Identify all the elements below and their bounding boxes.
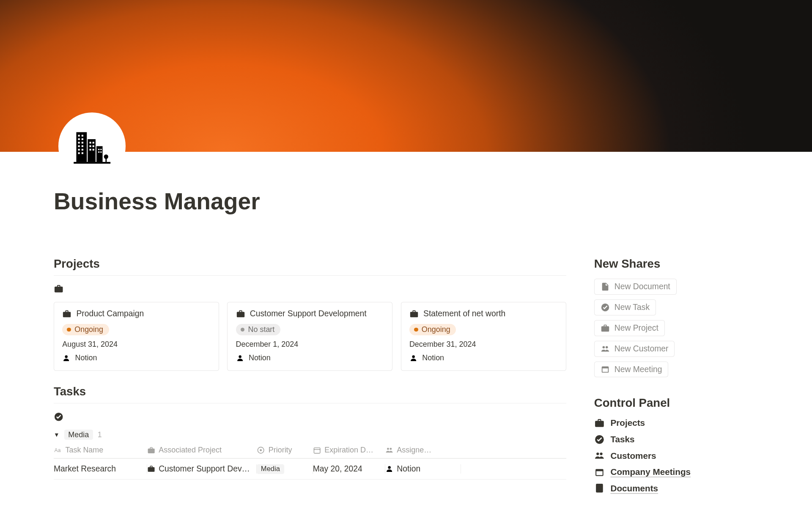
- group-count: 1: [98, 430, 102, 439]
- project-date: December 31, 2024: [409, 340, 557, 349]
- project-card[interactable]: Product Campaign Ongoing August 31, 2024…: [54, 302, 219, 371]
- new-customer-button[interactable]: New Customer: [594, 341, 675, 357]
- svg-rect-11: [78, 152, 80, 154]
- tasks-heading: Tasks: [54, 385, 566, 398]
- svg-rect-49: [596, 471, 602, 475]
- check-circle-icon: [594, 434, 605, 445]
- book-icon: [594, 483, 605, 493]
- new-shares-heading: New Shares: [594, 257, 757, 271]
- control-company-meetings[interactable]: Company Meetings: [594, 467, 757, 477]
- svg-rect-18: [89, 149, 91, 151]
- page-icon[interactable]: [58, 112, 126, 180]
- tasks-view-tab[interactable]: [54, 412, 566, 422]
- people-icon: [601, 344, 610, 354]
- check-circle-icon: [54, 412, 63, 422]
- svg-point-47: [600, 452, 602, 455]
- project-date: August 31, 2024: [62, 340, 210, 349]
- svg-point-28: [65, 355, 68, 358]
- svg-rect-2: [81, 135, 83, 137]
- svg-rect-9: [78, 149, 80, 151]
- control-documents[interactable]: Documents: [594, 483, 757, 493]
- document-icon: [601, 282, 610, 291]
- svg-point-34: [260, 449, 262, 451]
- briefcase-icon: [409, 309, 419, 318]
- project-card[interactable]: Statement of net worth Ongoing December …: [401, 302, 566, 371]
- status-badge: Ongoing: [409, 324, 456, 335]
- svg-rect-3: [78, 138, 80, 140]
- status-badge: Ongoing: [62, 324, 109, 335]
- person-icon: [236, 354, 244, 362]
- target-icon: [257, 446, 265, 454]
- control-projects[interactable]: Projects: [594, 418, 757, 428]
- svg-rect-1: [78, 135, 80, 137]
- new-meeting-button[interactable]: New Meeting: [594, 362, 668, 378]
- task-project-cell[interactable]: Customer Support Develo: [147, 464, 257, 474]
- svg-rect-14: [89, 142, 91, 143]
- svg-rect-8: [81, 145, 83, 147]
- briefcase-icon: [147, 446, 155, 454]
- project-user: Notion: [409, 354, 557, 362]
- divider: [54, 275, 566, 276]
- svg-rect-0: [76, 132, 87, 162]
- svg-rect-22: [100, 149, 102, 150]
- svg-point-39: [388, 466, 390, 469]
- task-assignee-cell[interactable]: Notion: [385, 464, 461, 474]
- briefcase-icon: [601, 323, 610, 333]
- briefcase-icon: [236, 309, 245, 318]
- svg-rect-26: [105, 158, 107, 162]
- briefcase-icon: [147, 465, 155, 473]
- chevron-down-icon[interactable]: ▼: [54, 432, 60, 438]
- projects-gallery: Product Campaign Ongoing August 31, 2024…: [54, 302, 566, 371]
- briefcase-icon: [54, 284, 63, 293]
- project-card[interactable]: Customer Support Development No start De…: [227, 302, 392, 371]
- svg-point-41: [602, 346, 605, 348]
- task-name-cell[interactable]: Market Research: [54, 464, 147, 474]
- project-title: Statement of net worth: [423, 309, 505, 318]
- svg-point-46: [596, 452, 599, 455]
- calendar-icon: [313, 446, 321, 454]
- people-icon: [594, 450, 605, 461]
- tasks-table-header: AaTask Name Associated Project Priority …: [54, 446, 566, 458]
- project-title: Customer Support Development: [250, 309, 367, 318]
- svg-rect-20: [96, 146, 102, 162]
- svg-rect-15: [92, 142, 94, 143]
- svg-point-30: [412, 355, 414, 358]
- text-icon: Aa: [54, 446, 62, 454]
- svg-text:Aa: Aa: [55, 447, 61, 453]
- svg-rect-35: [314, 448, 320, 453]
- briefcase-icon: [594, 418, 605, 428]
- new-task-button[interactable]: New Task: [594, 299, 656, 315]
- calendar-icon: [594, 467, 605, 477]
- new-project-button[interactable]: New Project: [594, 320, 665, 336]
- control-customers[interactable]: Customers: [594, 450, 757, 461]
- svg-rect-23: [98, 151, 99, 153]
- svg-rect-12: [81, 152, 83, 154]
- svg-rect-13: [88, 139, 96, 162]
- project-title: Product Campaign: [76, 309, 144, 318]
- project-user: Notion: [62, 354, 210, 362]
- briefcase-icon: [62, 309, 71, 318]
- tasks-group-header[interactable]: ▼ Media 1: [54, 430, 566, 440]
- person-icon: [62, 354, 70, 362]
- group-name: Media: [64, 430, 93, 440]
- divider: [54, 403, 566, 403]
- svg-rect-17: [92, 145, 94, 147]
- svg-rect-6: [81, 142, 83, 143]
- task-expiration-cell[interactable]: May 20, 2024: [313, 464, 385, 474]
- svg-rect-21: [98, 149, 99, 150]
- check-circle-icon: [601, 303, 610, 312]
- svg-rect-5: [78, 142, 80, 143]
- projects-view-tab[interactable]: [54, 284, 566, 293]
- task-row[interactable]: Market Research Customer Support Develo …: [54, 458, 566, 480]
- svg-point-42: [606, 346, 608, 348]
- page-title: Business Manager: [0, 188, 812, 215]
- buildings-icon: [71, 125, 113, 167]
- control-tasks[interactable]: Tasks: [594, 434, 757, 445]
- calendar-icon: [601, 364, 610, 374]
- project-user: Notion: [236, 354, 384, 362]
- new-document-button[interactable]: New Document: [594, 279, 677, 295]
- svg-rect-24: [100, 151, 102, 153]
- svg-rect-10: [81, 149, 83, 151]
- task-priority-cell[interactable]: Media: [257, 464, 313, 474]
- svg-rect-16: [89, 145, 91, 147]
